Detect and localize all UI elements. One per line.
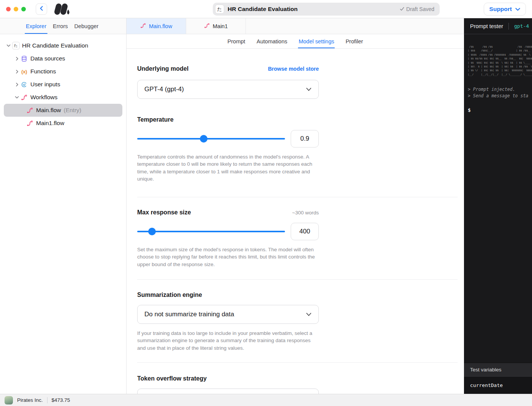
- model-badge[interactable]: gpt-4: [514, 23, 529, 29]
- workflow-icon: [20, 94, 28, 101]
- account-balance[interactable]: $473.75: [52, 397, 70, 403]
- ascii-logo: /$$ /$$ /$$ /$$ /$$$$$$ | $$$ /$$$|__/ |…: [468, 45, 532, 76]
- test-variables-header[interactable]: Test variables: [464, 363, 532, 376]
- editor-tab-main-flow[interactable]: Main.flow: [127, 18, 186, 34]
- chevron-down-icon[interactable]: [14, 94, 20, 100]
- terminal-output[interactable]: /$$ /$$ /$$ /$$ /$$$$$$ | $$$ /$$$|__/ |…: [464, 34, 532, 363]
- chevron-down-icon[interactable]: [5, 43, 12, 49]
- minimize-window-button[interactable]: [14, 7, 18, 11]
- tree-item-label: Workflows: [30, 94, 57, 101]
- max-response-words-hint: ~300 words: [292, 210, 319, 216]
- tab-profiler[interactable]: Profiler: [345, 34, 363, 48]
- tab-model-settings[interactable]: Model settings: [299, 34, 334, 48]
- window-controls: [6, 7, 26, 11]
- editor-area: Main.flow Main1 Prompt Automations: [127, 18, 464, 394]
- slider-thumb[interactable]: [200, 135, 207, 143]
- tab-prompt[interactable]: Prompt: [228, 34, 245, 48]
- max-response-slider[interactable]: [137, 227, 285, 236]
- app-icon: た: [215, 5, 224, 14]
- titlebar: た HR Candidate Evaluation Draft Saved Su…: [0, 0, 532, 18]
- tree-item-functions[interactable]: (x) Functions: [4, 65, 122, 78]
- tree-item-label: HR Candidate Evaluation: [22, 42, 88, 49]
- settings-subtabs: Prompt Automations Model settings Profil…: [127, 34, 464, 49]
- workflow-icon: [204, 23, 210, 30]
- summarization-engine-label: Summarization engine: [137, 292, 202, 298]
- workflow-icon: [26, 119, 34, 127]
- section-divider: [137, 279, 458, 280]
- chevron-right-icon[interactable]: [14, 56, 20, 62]
- chevron-down-icon: [306, 312, 312, 316]
- org-avatar[interactable]: [5, 396, 13, 404]
- slider-track[interactable]: [137, 231, 285, 232]
- prompt-tester-header: Prompt tester gpt-4: [464, 18, 532, 34]
- max-response-label: Max response size: [137, 209, 191, 216]
- tab-errors[interactable]: Errors: [53, 18, 68, 34]
- close-window-button[interactable]: [6, 7, 11, 11]
- org-name: Pirates Inc.: [17, 397, 43, 403]
- editor-tab-label: Main1: [213, 23, 228, 29]
- temperature-slider[interactable]: [137, 135, 285, 143]
- tree-item-label: Main.flow: [36, 107, 61, 114]
- summarization-engine-value: Do not summarize training data: [144, 311, 234, 318]
- entry-suffix: (Entry): [63, 107, 81, 114]
- editor-tab-strip: Main.flow Main1: [127, 18, 464, 34]
- tree-item-workflows[interactable]: Workflows: [4, 91, 122, 104]
- workflow-icon: [26, 106, 34, 114]
- test-variables-section: Test variables currentDate: [464, 363, 532, 394]
- back-button[interactable]: [36, 3, 47, 15]
- tree-item-data-sources[interactable]: Data sources: [4, 52, 122, 65]
- chevron-right-icon[interactable]: [14, 68, 20, 75]
- target-icon: [20, 81, 28, 88]
- chevron-right-icon[interactable]: [14, 81, 20, 87]
- check-icon: [400, 6, 404, 12]
- browse-model-store-link[interactable]: Browse model store: [268, 66, 319, 72]
- statusbar-divider: [47, 397, 48, 403]
- mindstudio-logo-icon[interactable]: [52, 2, 71, 16]
- app-window: た HR Candidate Evaluation Draft Saved Su…: [0, 0, 532, 406]
- max-response-description: Set the maximum size of the model's resp…: [137, 246, 316, 268]
- token-overflow-select[interactable]: Automatically prune messages: [137, 389, 319, 394]
- terminal-prompt-symbol[interactable]: $: [468, 107, 532, 113]
- underlying-model-select[interactable]: GPT-4 (gpt-4): [137, 80, 319, 99]
- chevron-down-icon: [306, 87, 312, 91]
- chevron-down-icon: [515, 6, 520, 13]
- tree-item-main-flow[interactable]: Main.flow (Entry): [4, 104, 122, 117]
- sidebar-tab-strip: Explorer Errors Debugger: [0, 18, 126, 34]
- page-title: HR Candidate Evaluation: [228, 6, 298, 13]
- underlying-model-value: GPT-4 (gpt-4): [144, 86, 184, 93]
- header-divider: [508, 23, 509, 30]
- prompt-tester-title: Prompt tester: [470, 23, 503, 29]
- tree-item-label: Data sources: [30, 55, 65, 62]
- zoom-window-button[interactable]: [21, 7, 26, 11]
- slider-track[interactable]: [137, 138, 285, 140]
- tab-automations[interactable]: Automations: [256, 34, 287, 48]
- tree-item-main1-flow[interactable]: Main1.flow: [4, 117, 122, 130]
- tree-item-user-inputs[interactable]: User inputs: [4, 78, 122, 91]
- draft-status: Draft Saved: [400, 6, 434, 12]
- document-title-pill[interactable]: た HR Candidate Evaluation Draft Saved: [213, 3, 440, 16]
- support-button[interactable]: Support: [484, 3, 526, 16]
- tree-item-label: Main1.flow: [36, 120, 64, 127]
- back-chevron-icon: [39, 6, 44, 13]
- editor-tab-label: Main.flow: [149, 23, 172, 29]
- explorer-tree: た HR Candidate Evaluation Data so: [0, 34, 126, 130]
- summarization-engine-select[interactable]: Do not summarize training data: [137, 305, 319, 324]
- model-settings-panel: Underlying model Browse model store GPT-…: [127, 49, 464, 394]
- editor-tab-main1[interactable]: Main1: [186, 18, 246, 34]
- tree-item-label: Functions: [30, 68, 56, 75]
- section-divider: [137, 197, 458, 197]
- section-divider: [137, 362, 458, 363]
- temperature-value-field[interactable]: 0.9: [291, 130, 319, 147]
- slider-thumb[interactable]: [148, 228, 156, 235]
- tree-item-project-root[interactable]: た HR Candidate Evaluation: [4, 39, 122, 52]
- variable-row-currentdate[interactable]: currentDate: [464, 376, 532, 394]
- tab-explorer[interactable]: Explorer: [26, 18, 46, 34]
- token-overflow-label: Token overflow strategy: [137, 375, 207, 382]
- status-bar: Pirates Inc. $473.75: [0, 394, 532, 406]
- tab-debugger[interactable]: Debugger: [74, 18, 98, 34]
- sidebar: Explorer Errors Debugger た HR Candidate …: [0, 18, 127, 394]
- underlying-model-label: Underlying model: [137, 65, 188, 72]
- max-response-value-field[interactable]: 400: [291, 223, 319, 240]
- terminal-log-lines: > Prompt injected. > Send a message to s…: [468, 86, 532, 99]
- tree-item-label: User inputs: [30, 81, 60, 88]
